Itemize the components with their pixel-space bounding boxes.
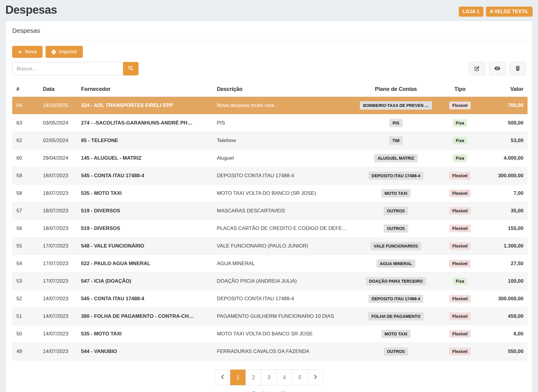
cell-id: 56	[12, 220, 39, 237]
cell-description: DEPOSITO CONTA ITAU 17488-4	[213, 290, 353, 308]
cell-value: 300.000,00	[481, 290, 528, 308]
search-input[interactable]	[12, 62, 123, 75]
cell-id: 52	[12, 290, 39, 308]
cell-date: 17/07/2023	[39, 237, 77, 255]
plan-badge: FOLHA DE PAGAMENTO	[368, 312, 424, 321]
cell-description: DEPOSITO CONTA ITAU 17488-4	[213, 167, 353, 185]
cell-value: 4.000,00	[481, 150, 528, 167]
cell-date: 14/07/2023	[39, 290, 77, 308]
type-badge: Flexível	[449, 348, 470, 355]
table-row[interactable]: 58 18/07/2023 535 - MOTO TAXI MOTO TAXI …	[12, 185, 528, 202]
table-row[interactable]: 52 14/07/2023 545 - CONTA ITAU 17488-4 D…	[12, 290, 528, 308]
table-row[interactable]: 59 18/07/2023 545 - CONTA ITAU 17488-4 D…	[12, 167, 528, 185]
table-row[interactable]: 51 14/07/2023 380 - FOLHA DE PAGAMENTO -…	[12, 308, 528, 325]
new-expense-button[interactable]: Nova	[12, 46, 43, 58]
table-row[interactable]: 50 14/07/2023 535 - MOTO TAXI MOTO TAXI …	[12, 325, 528, 343]
plan-badge: OUTROS	[384, 347, 408, 356]
records-count: Registros: 63	[12, 391, 526, 392]
pagination-prev[interactable]	[215, 370, 230, 385]
cell-description: VALE FUNCIONARIO (PAULO JUNIOR)	[213, 237, 353, 255]
table-row[interactable]: 49 14/07/2023 544 - VANUBIO FERRADURAS C…	[12, 343, 528, 360]
col-header-description: Descrição	[213, 83, 353, 97]
type-badge: Flexível	[449, 242, 470, 250]
plan-badge: DEPOSITO ITAU 17488-4	[368, 295, 424, 303]
cell-date: 18/07/2023	[39, 185, 77, 202]
cell-description: Aluguel	[213, 150, 353, 167]
cell-description: DOAÇÃO P/ICIA (ANDREIA JULIA)	[213, 273, 353, 290]
cell-id: 59	[12, 167, 39, 185]
cell-id: 55	[12, 237, 39, 255]
search-row	[12, 62, 526, 75]
table-row[interactable]: 60 29/04/2024 145 - ALUGUEL - MATRIZ Alu…	[12, 150, 528, 167]
cell-supplier: 545 - CONTA ITAU 17488-4	[77, 290, 213, 308]
plan-badge: MOTO TAXI	[381, 189, 411, 197]
type-badge: Fixa	[453, 119, 467, 127]
cell-supplier: 380 - FOLHA DE PAGAMENTO - CONTRA-CH…	[77, 308, 213, 325]
cell-value: 53,00	[481, 132, 528, 150]
delete-button[interactable]	[509, 62, 526, 75]
pagination-page-2[interactable]: 2	[246, 370, 261, 385]
cell-date: 18/07/2023	[39, 220, 77, 237]
company-badge-veloz-textil[interactable]: A VELOZ TEXTIL	[486, 7, 533, 17]
cell-date: 14/07/2023	[39, 343, 77, 360]
type-badge: Flexível	[449, 330, 470, 338]
col-header-value: Valor	[481, 83, 528, 97]
cell-supplier: 535 - MOTO TAXI	[77, 185, 213, 202]
cell-date: 29/04/2024	[39, 150, 77, 167]
view-button[interactable]	[489, 62, 506, 75]
plan-badge: OUTROS	[384, 207, 408, 215]
trash-icon	[515, 66, 520, 72]
pagination-page-1[interactable]: 1	[230, 370, 246, 385]
cell-id: 58	[12, 185, 39, 202]
cell-id: 51	[12, 308, 39, 325]
edit-button[interactable]	[469, 62, 485, 75]
cell-date: 17/07/2023	[39, 273, 77, 290]
cell-description: MASCARAS DESCARTAVEIS	[213, 202, 353, 220]
cell-date: 18/07/2023	[39, 202, 77, 220]
cell-value: 27,50	[481, 255, 528, 273]
col-header-plan: Plano de Contas	[353, 83, 439, 97]
plan-badge: VALE FUNCIONARIOS	[371, 242, 421, 250]
table-row[interactable]: 55 17/07/2023 548 - VALE FUNCIONÁRIO VAL…	[12, 237, 528, 255]
type-badge: Flexível	[449, 295, 470, 303]
store-badge-loja1[interactable]: LOJA 1	[459, 7, 483, 17]
plan-badge: AGUA MINERAL	[377, 259, 415, 268]
col-header-type: Tipo	[439, 83, 481, 97]
cell-date: 14/07/2023	[39, 325, 77, 343]
table-row[interactable]: 57 18/07/2023 519 - DIVERSOS MASCARAS DE…	[12, 202, 528, 220]
print-button[interactable]: Imprimir	[46, 46, 83, 58]
table-row[interactable]: 54 17/07/2023 522 - PAULO AGUA MNERAL AG…	[12, 255, 528, 273]
cell-description: MOTO TAXI VOLTA DO BANCO SR JOSE	[213, 325, 353, 343]
search-button[interactable]	[123, 62, 139, 75]
table-row[interactable]: 62 02/05/2024 85 - TELEFONE Telefone TIM…	[12, 132, 528, 150]
col-header-id: #	[12, 83, 39, 97]
table-row[interactable]: 64 14/10/2025 324 - ADL TRANSPORTES EIRE…	[12, 97, 528, 114]
plan-badge: OUTROS	[384, 224, 408, 233]
edit-icon	[474, 66, 480, 72]
row-actions	[469, 62, 526, 75]
type-badge: Flexível	[449, 260, 470, 267]
cell-value: 6,00	[481, 325, 528, 343]
pagination-page-3[interactable]: 3	[261, 370, 277, 385]
plan-badge: BOMBEIRO-TAXA DE PREVEN …	[360, 101, 432, 110]
page-title: Despesas	[5, 4, 57, 16]
cell-id: 63	[12, 114, 39, 132]
search-icon	[128, 66, 133, 72]
cell-value: 459,00	[481, 308, 528, 325]
cell-id: 50	[12, 325, 39, 343]
cell-value: 500,00	[481, 114, 528, 132]
cell-description: PIS	[213, 114, 353, 132]
printer-icon	[51, 49, 56, 55]
pagination-page-5[interactable]: 5	[292, 370, 308, 385]
pagination-page-4[interactable]: 4	[277, 370, 292, 385]
cell-supplier: 274 - -SACOLITAS-GARANHUNS-ANDRÉ PH…	[77, 114, 213, 132]
pagination-next[interactable]	[308, 370, 323, 385]
cell-id: 49	[12, 343, 39, 360]
table-row[interactable]: 56 18/07/2023 519 - DIVERSOS PLACAS CART…	[12, 220, 528, 237]
cell-date: 17/07/2023	[39, 255, 77, 273]
table-row[interactable]: 53 17/07/2023 547 - ICIA (DOAÇÃO) DOAÇÃO…	[12, 273, 528, 290]
cell-supplier: 85 - TELEFONE	[77, 132, 213, 150]
type-badge: Flexível	[449, 102, 470, 109]
table-row[interactable]: 63 03/05/2024 274 - -SACOLITAS-GARANHUNS…	[12, 114, 528, 132]
cell-date: 18/07/2023	[39, 167, 77, 185]
